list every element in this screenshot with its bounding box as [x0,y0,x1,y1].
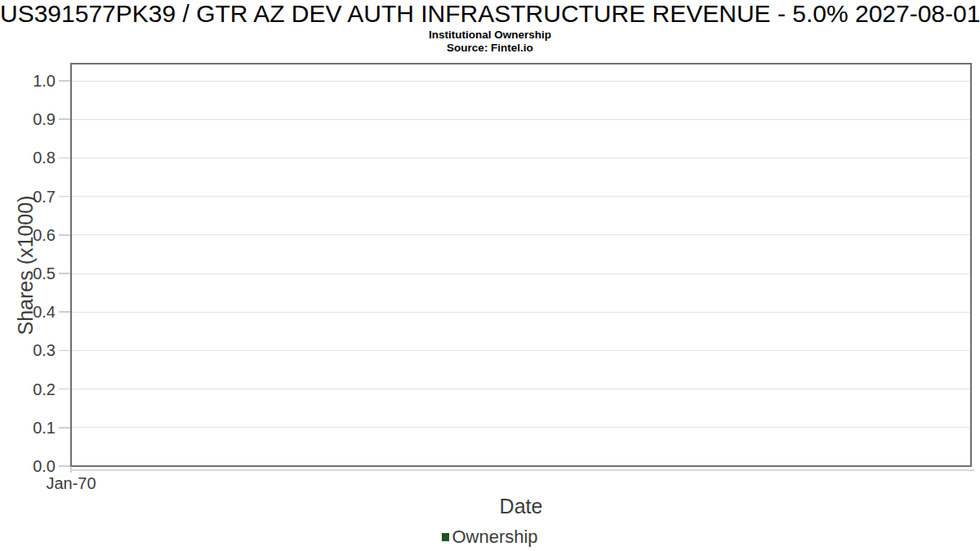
y-tick-mark [59,427,70,429]
y-tick-label: 0.4 [0,303,56,321]
y-tick-label: 0.0 [0,457,56,475]
x-tick-label: Jan-70 [22,474,120,492]
y-tick-label: 0.9 [0,110,56,128]
chart-title: US391577PK39 / GTR AZ DEV AUTH INFRASTRU… [0,0,980,28]
y-tick-mark [59,273,70,274]
legend-label-ownership: Ownership [452,527,537,548]
y-tick-label: 0.3 [0,341,56,359]
chart-canvas: US391577PK39 / GTR AZ DEV AUTH INFRASTRU… [0,0,980,551]
x-axis-secondary-line [70,469,974,471]
y-tick-mark [59,118,70,120]
y-tick-mark [59,311,70,313]
y-tick-label: 0.2 [0,380,56,398]
y-tick-label: 0.1 [0,419,56,437]
y-tick-mark [59,465,70,467]
plot-area [70,63,972,467]
chart-source-caption: Source: Fintel.io [0,42,980,54]
chart-subtitle: Institutional Ownership [0,29,980,41]
legend-marker-ownership [442,533,449,541]
y-tick-label: 0.8 [0,149,56,167]
y-tick-label: 0.7 [0,188,56,206]
y-tick-mark [59,350,70,352]
x-axis-title: Date [439,495,603,518]
legend: Ownership [0,527,980,548]
y-tick-mark [59,389,70,390]
y-tick-mark [59,80,70,82]
y-tick-label: 0.5 [0,264,56,282]
y-tick-mark [59,158,70,159]
y-tick-mark [59,196,70,198]
y-tick-label: 1.0 [0,72,56,90]
y-tick-mark [59,234,70,236]
y-tick-label: 0.6 [0,226,56,244]
